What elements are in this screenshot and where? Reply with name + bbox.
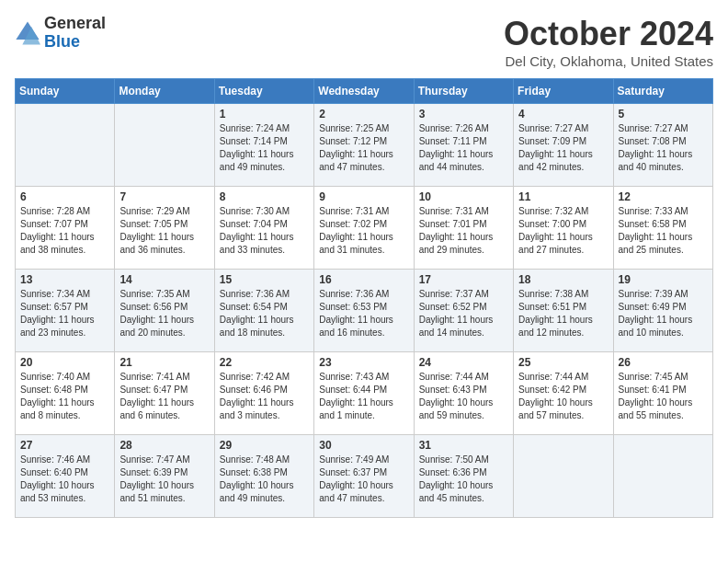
day-number: 6 — [20, 190, 109, 203]
day-info: Sunrise: 7:25 AM Sunset: 7:12 PM Dayligh… — [319, 122, 408, 174]
location-text: Del City, Oklahoma, United States — [504, 53, 713, 69]
calendar-cell: 8Sunrise: 7:30 AM Sunset: 7:04 PM Daylig… — [214, 187, 313, 270]
calendar-cell: 13Sunrise: 7:34 AM Sunset: 6:57 PM Dayli… — [16, 270, 115, 352]
day-number: 13 — [20, 273, 109, 286]
day-number: 27 — [20, 439, 109, 452]
day-info: Sunrise: 7:30 AM Sunset: 7:04 PM Dayligh… — [220, 205, 309, 257]
calendar-cell: 30Sunrise: 7:49 AM Sunset: 6:37 PM Dayli… — [314, 435, 414, 518]
day-number: 11 — [518, 190, 608, 203]
day-number: 20 — [20, 356, 109, 369]
weekday-header-thursday: Thursday — [414, 79, 513, 104]
calendar-week-row: 20Sunrise: 7:40 AM Sunset: 6:48 PM Dayli… — [16, 352, 713, 435]
day-info: Sunrise: 7:32 AM Sunset: 7:00 PM Dayligh… — [518, 205, 608, 257]
day-info: Sunrise: 7:44 AM Sunset: 6:43 PM Dayligh… — [419, 371, 508, 422]
day-number: 3 — [419, 108, 508, 121]
calendar-cell: 3Sunrise: 7:26 AM Sunset: 7:11 PM Daylig… — [414, 104, 513, 187]
day-info: Sunrise: 7:27 AM Sunset: 7:08 PM Dayligh… — [619, 122, 708, 174]
day-info: Sunrise: 7:48 AM Sunset: 6:38 PM Dayligh… — [220, 454, 309, 505]
day-info: Sunrise: 7:43 AM Sunset: 6:44 PM Dayligh… — [319, 371, 408, 422]
day-info: Sunrise: 7:41 AM Sunset: 6:47 PM Dayligh… — [119, 371, 209, 422]
day-info: Sunrise: 7:38 AM Sunset: 6:51 PM Dayligh… — [518, 288, 608, 339]
day-info: Sunrise: 7:49 AM Sunset: 6:37 PM Dayligh… — [319, 454, 408, 505]
logo: General Blue — [15, 15, 106, 52]
calendar-cell: 7Sunrise: 7:29 AM Sunset: 7:05 PM Daylig… — [115, 187, 214, 270]
calendar-cell: 9Sunrise: 7:31 AM Sunset: 7:02 PM Daylig… — [314, 187, 414, 270]
day-info: Sunrise: 7:26 AM Sunset: 7:11 PM Dayligh… — [419, 122, 508, 174]
day-info: Sunrise: 7:44 AM Sunset: 6:42 PM Dayligh… — [518, 371, 608, 422]
calendar-cell: 24Sunrise: 7:44 AM Sunset: 6:43 PM Dayli… — [414, 352, 513, 435]
day-info: Sunrise: 7:34 AM Sunset: 6:57 PM Dayligh… — [20, 288, 109, 339]
calendar-cell: 28Sunrise: 7:47 AM Sunset: 6:39 PM Dayli… — [115, 435, 214, 518]
calendar-cell — [514, 435, 613, 518]
weekday-header-wednesday: Wednesday — [314, 79, 414, 104]
day-number: 8 — [220, 190, 309, 203]
day-info: Sunrise: 7:40 AM Sunset: 6:48 PM Dayligh… — [20, 371, 109, 422]
weekday-header-saturday: Saturday — [613, 79, 712, 104]
day-info: Sunrise: 7:27 AM Sunset: 7:09 PM Dayligh… — [518, 122, 608, 174]
day-info: Sunrise: 7:24 AM Sunset: 7:14 PM Dayligh… — [220, 122, 309, 174]
day-info: Sunrise: 7:36 AM Sunset: 6:53 PM Dayligh… — [319, 288, 408, 339]
day-number: 16 — [319, 273, 408, 286]
day-number: 24 — [419, 356, 508, 369]
day-number: 7 — [119, 190, 209, 203]
day-number: 1 — [220, 108, 309, 121]
calendar-cell: 6Sunrise: 7:28 AM Sunset: 7:07 PM Daylig… — [16, 187, 115, 270]
logo-icon — [15, 20, 40, 46]
calendar-cell: 14Sunrise: 7:35 AM Sunset: 6:56 PM Dayli… — [115, 270, 214, 352]
calendar-week-row: 13Sunrise: 7:34 AM Sunset: 6:57 PM Dayli… — [16, 270, 713, 352]
calendar-cell: 4Sunrise: 7:27 AM Sunset: 7:09 PM Daylig… — [514, 104, 613, 187]
day-number: 26 — [619, 356, 708, 369]
calendar-cell: 22Sunrise: 7:42 AM Sunset: 6:46 PM Dayli… — [214, 352, 313, 435]
day-number: 29 — [220, 439, 309, 452]
day-number: 10 — [419, 190, 508, 203]
day-number: 28 — [119, 439, 209, 452]
calendar-cell: 16Sunrise: 7:36 AM Sunset: 6:53 PM Dayli… — [314, 270, 414, 352]
weekday-header-monday: Monday — [115, 79, 214, 104]
calendar-cell: 29Sunrise: 7:48 AM Sunset: 6:38 PM Dayli… — [214, 435, 313, 518]
day-number: 14 — [119, 273, 209, 286]
calendar-cell: 11Sunrise: 7:32 AM Sunset: 7:00 PM Dayli… — [514, 187, 613, 270]
day-info: Sunrise: 7:31 AM Sunset: 7:01 PM Dayligh… — [419, 205, 508, 257]
day-info: Sunrise: 7:31 AM Sunset: 7:02 PM Dayligh… — [319, 205, 408, 257]
day-number: 5 — [619, 108, 708, 121]
day-info: Sunrise: 7:50 AM Sunset: 6:36 PM Dayligh… — [419, 454, 508, 505]
calendar-cell — [16, 104, 115, 187]
day-info: Sunrise: 7:47 AM Sunset: 6:39 PM Dayligh… — [119, 454, 209, 505]
calendar-cell: 10Sunrise: 7:31 AM Sunset: 7:01 PM Dayli… — [414, 187, 513, 270]
month-title: October 2024 — [504, 15, 713, 53]
day-number: 4 — [518, 108, 608, 121]
day-info: Sunrise: 7:39 AM Sunset: 6:49 PM Dayligh… — [619, 288, 708, 339]
logo-general-text: General — [44, 14, 106, 32]
day-number: 25 — [518, 356, 608, 369]
day-info: Sunrise: 7:36 AM Sunset: 6:54 PM Dayligh… — [220, 288, 309, 339]
day-number: 22 — [220, 356, 309, 369]
day-number: 21 — [119, 356, 209, 369]
day-info: Sunrise: 7:42 AM Sunset: 6:46 PM Dayligh… — [220, 371, 309, 422]
calendar-cell: 2Sunrise: 7:25 AM Sunset: 7:12 PM Daylig… — [314, 104, 414, 187]
calendar-cell: 19Sunrise: 7:39 AM Sunset: 6:49 PM Dayli… — [613, 270, 712, 352]
day-number: 18 — [518, 273, 608, 286]
title-block: October 2024 Del City, Oklahoma, United … — [504, 15, 713, 69]
calendar-cell: 23Sunrise: 7:43 AM Sunset: 6:44 PM Dayli… — [314, 352, 414, 435]
calendar-week-row: 27Sunrise: 7:46 AM Sunset: 6:40 PM Dayli… — [16, 435, 713, 518]
calendar-week-row: 6Sunrise: 7:28 AM Sunset: 7:07 PM Daylig… — [16, 187, 713, 270]
calendar-cell: 31Sunrise: 7:50 AM Sunset: 6:36 PM Dayli… — [414, 435, 513, 518]
day-number: 30 — [319, 439, 408, 452]
weekday-header-friday: Friday — [514, 79, 613, 104]
day-info: Sunrise: 7:33 AM Sunset: 6:58 PM Dayligh… — [619, 205, 708, 257]
day-number: 12 — [619, 190, 708, 203]
day-number: 15 — [220, 273, 309, 286]
weekday-header-row: SundayMondayTuesdayWednesdayThursdayFrid… — [16, 79, 713, 104]
day-number: 9 — [319, 190, 408, 203]
calendar-cell: 21Sunrise: 7:41 AM Sunset: 6:47 PM Dayli… — [115, 352, 214, 435]
day-info: Sunrise: 7:45 AM Sunset: 6:41 PM Dayligh… — [619, 371, 708, 422]
calendar-cell — [115, 104, 214, 187]
calendar-cell: 5Sunrise: 7:27 AM Sunset: 7:08 PM Daylig… — [613, 104, 712, 187]
calendar-table: SundayMondayTuesdayWednesdayThursdayFrid… — [15, 78, 713, 518]
calendar-cell — [613, 435, 712, 518]
calendar-week-row: 1Sunrise: 7:24 AM Sunset: 7:14 PM Daylig… — [16, 104, 713, 187]
calendar-cell: 20Sunrise: 7:40 AM Sunset: 6:48 PM Dayli… — [16, 352, 115, 435]
logo-blue-text: Blue — [44, 32, 80, 51]
calendar-cell: 27Sunrise: 7:46 AM Sunset: 6:40 PM Dayli… — [16, 435, 115, 518]
calendar-cell: 17Sunrise: 7:37 AM Sunset: 6:52 PM Dayli… — [414, 270, 513, 352]
